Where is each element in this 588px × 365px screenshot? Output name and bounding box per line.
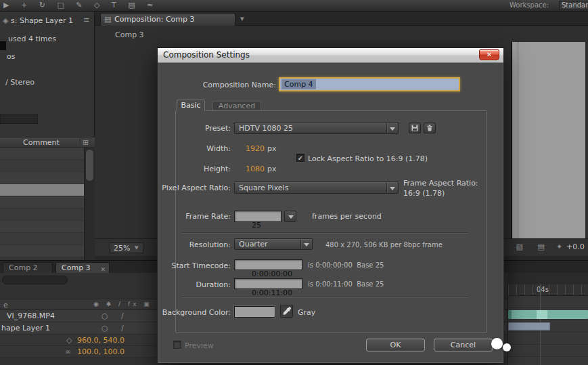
width-unit: px: [267, 144, 277, 153]
shape-layer-icon: ◈: [3, 16, 8, 25]
lock-aspect-checkbox[interactable]: ✓: [296, 154, 304, 162]
layer-bar-video[interactable]: [508, 310, 588, 319]
lock-aspect-label: Lock Aspect Ratio to 16:9 (1.78): [308, 154, 428, 163]
resolution-dropdown[interactable]: Quarter: [234, 238, 313, 250]
project-scrollbar[interactable]: [84, 148, 95, 261]
resolution-value: Quarter: [239, 240, 268, 249]
preset-save-button[interactable]: [409, 123, 421, 133]
preset-label: Preset:: [158, 124, 231, 133]
after-effects-window: ▶ + ↻ □ ✎ ◇ T ▤ ≈ Workspace: Standar ◈ s…: [0, 0, 588, 365]
background-color-name: Gray: [298, 308, 315, 317]
preset-dropdown[interactable]: HDTV 1080 25: [234, 122, 399, 134]
panel-notch: [0, 41, 6, 50]
height-unit: px: [267, 165, 277, 173]
trash-icon: [426, 124, 434, 132]
eyedropper-button[interactable]: [280, 305, 293, 318]
project-row-os: os: [7, 52, 15, 61]
top-toolbar: ▶ + ↻ □ ✎ ◇ T ▤ ≈ Workspace: Standar: [0, 0, 588, 12]
list-item[interactable]: [0, 172, 84, 184]
position-icon: ◇: [66, 336, 72, 345]
panel-menu-icon[interactable]: ≡: [83, 16, 89, 24]
width-label: Width:: [158, 144, 231, 153]
comment-column-header[interactable]: Comment ⊞: [0, 137, 95, 148]
preset-delete-button[interactable]: [424, 123, 436, 133]
project-row-shape-layer[interactable]: s: Shape Layer 1: [11, 16, 73, 25]
composition-name-label: Composition Name:: [158, 81, 276, 89]
exposure-icon[interactable]: ✦: [556, 242, 562, 251]
zoom-dropdown[interactable]: 25% ▾: [110, 242, 143, 253]
layer-switch-icons[interactable]: ○ /: [101, 324, 129, 332]
preview-label: Preview: [185, 341, 214, 350]
chevron-down-icon: [390, 127, 395, 131]
list-item[interactable]: [0, 221, 84, 233]
width-value[interactable]: 1920: [246, 144, 265, 153]
resolution-label: Resolution:: [158, 240, 231, 249]
background-color-swatch[interactable]: [234, 306, 275, 318]
layer-name: hape Layer 1: [1, 324, 50, 332]
project-row-used: used 4 times: [8, 35, 56, 43]
start-timecode-value: 0:00:00:00: [252, 270, 292, 278]
exposure-value[interactable]: +0.0: [566, 242, 585, 251]
start-timecode-label: Start Timecode:: [158, 261, 231, 270]
list-item[interactable]: [0, 233, 84, 245]
eyedropper-icon: [282, 307, 291, 316]
check-icon: ✓: [298, 154, 303, 162]
tab-label: Comp 2: [9, 263, 38, 272]
preset-value: HDTV 1080 25: [239, 124, 293, 133]
height-label: Height:: [158, 165, 231, 173]
chevron-down-icon[interactable]: ▾: [240, 14, 244, 23]
comp-tab-label: Composition: Comp 3: [114, 14, 195, 26]
column-divider[interactable]: [80, 138, 81, 147]
workspace-value: Standar: [562, 1, 588, 9]
list-item[interactable]: [0, 245, 84, 257]
cancel-button[interactable]: Cancel: [434, 339, 493, 351]
list-item-selected[interactable]: [0, 184, 84, 196]
track-area[interactable]: [508, 296, 588, 365]
toolbar-tool-icons[interactable]: ▶ + ↻ □ ✎ ◇ T ▤ ≈: [3, 1, 158, 9]
tab-basic[interactable]: Basic: [177, 100, 205, 111]
composition-name-input[interactable]: Comp 4: [279, 77, 460, 91]
list-item[interactable]: [0, 196, 84, 209]
comp-panel-tabstrip: ▤ Composition: Comp 3 ▾: [95, 12, 588, 26]
frame-rate-spinner[interactable]: [284, 211, 296, 222]
position-value[interactable]: 960.0, 540.0: [77, 336, 125, 345]
project-filter-field[interactable]: [0, 114, 38, 124]
ok-button[interactable]: OK: [366, 339, 425, 351]
click-indicator-dot: [503, 343, 511, 351]
layer-bar-shape[interactable]: [508, 322, 550, 330]
scrollbar-thumb[interactable]: [86, 150, 93, 181]
dialog-titlebar[interactable]: Composition Settings: [158, 48, 503, 63]
viewer-edge-line: [518, 42, 518, 245]
duration-input[interactable]: 0:00:11:00: [234, 278, 302, 289]
timeline-tab-comp2[interactable]: Comp 2: [3, 262, 53, 274]
list-item[interactable]: [0, 148, 84, 160]
frame-rate-input[interactable]: 25: [234, 211, 281, 222]
frame-rate-label: Frame Rate:: [158, 212, 231, 221]
list-item[interactable]: [0, 160, 84, 172]
height-value[interactable]: 1080: [246, 165, 265, 173]
comp-panel-tab[interactable]: ▤ Composition: Comp 3: [100, 13, 235, 26]
layer-name-column-header[interactable]: e: [3, 301, 8, 309]
start-timecode-input[interactable]: 0:00:00:00: [234, 259, 302, 270]
tab-advanced-label: Advanced: [219, 102, 255, 110]
timeline-tab-comp3[interactable]: Comp 3 ✕: [55, 262, 110, 274]
workspace-dropdown[interactable]: Standar: [559, 1, 588, 10]
columns-icon[interactable]: ⊞: [83, 138, 89, 147]
tab-advanced[interactable]: Advanced: [212, 101, 261, 111]
pixel-aspect-dropdown[interactable]: Square Pixels: [234, 181, 399, 194]
frame-rate-unit: frames per second: [312, 212, 382, 221]
project-row-stereo: / Stereo: [5, 78, 35, 87]
project-panel: ◈ s: Shape Layer 1 ≡ used 4 times os / S…: [0, 12, 95, 260]
layer-switch-icons[interactable]: ○ /: [101, 312, 129, 320]
link-icon[interactable]: ∞: [65, 347, 71, 356]
time-ruler[interactable]: 04s: [508, 284, 588, 296]
pixel-aspect-label: Pixel Aspect Ratio:: [158, 184, 231, 192]
scale-value[interactable]: 100.0, 100.0: [77, 347, 125, 356]
timeline-search-box[interactable]: [2, 276, 68, 284]
preview-checkbox[interactable]: [173, 341, 181, 349]
close-icon: ✕: [487, 51, 492, 58]
close-button[interactable]: ✕: [479, 49, 499, 60]
divider: [182, 232, 469, 234]
project-item-list: [0, 148, 84, 261]
list-item[interactable]: [0, 209, 84, 221]
